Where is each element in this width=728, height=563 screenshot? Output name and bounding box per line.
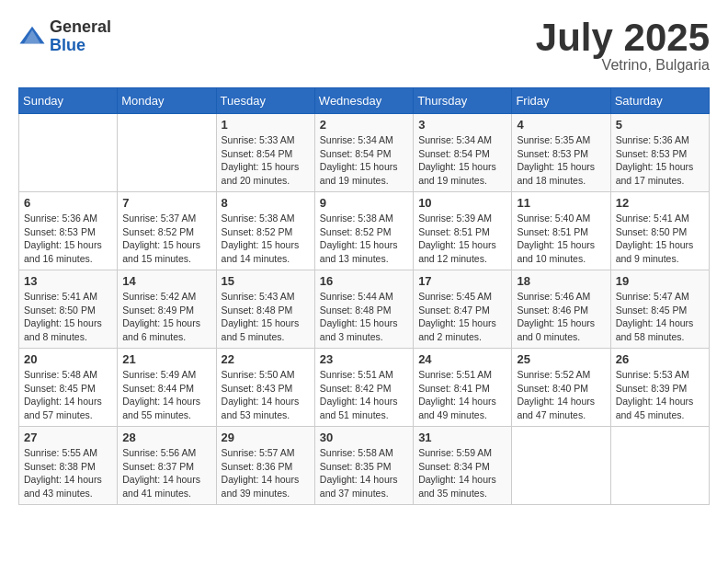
day-number: 23 — [320, 352, 408, 366]
day-info: Sunrise: 5:57 AM Sunset: 8:36 PM Dayligh… — [222, 446, 310, 500]
calendar-cell: 5Sunrise: 5:36 AM Sunset: 8:53 PM Daylig… — [610, 114, 709, 192]
day-info: Sunrise: 5:50 AM Sunset: 8:43 PM Dayligh… — [222, 368, 310, 422]
day-number: 13 — [24, 274, 112, 288]
logo: General Blue — [18, 18, 111, 55]
calendar-cell: 21Sunrise: 5:49 AM Sunset: 8:44 PM Dayli… — [118, 349, 216, 427]
calendar-cell: 30Sunrise: 5:58 AM Sunset: 8:35 PM Dayli… — [314, 427, 413, 505]
day-number: 15 — [222, 274, 310, 288]
calendar-cell: 2Sunrise: 5:34 AM Sunset: 8:54 PM Daylig… — [314, 114, 413, 192]
day-info: Sunrise: 5:41 AM Sunset: 8:50 PM Dayligh… — [616, 212, 704, 266]
calendar-cell: 23Sunrise: 5:51 AM Sunset: 8:42 PM Dayli… — [314, 349, 413, 427]
day-number: 27 — [24, 431, 112, 444]
title-block: July 2025 Vetrino, Bulgaria — [536, 18, 710, 74]
weekday-header: Wednesday — [314, 88, 413, 114]
calendar-cell — [610, 427, 709, 505]
weekday-header: Saturday — [610, 88, 709, 114]
calendar-cell: 7Sunrise: 5:37 AM Sunset: 8:52 PM Daylig… — [118, 192, 216, 270]
calendar-cell: 13Sunrise: 5:41 AM Sunset: 8:50 PM Dayli… — [19, 270, 118, 349]
day-number: 19 — [616, 274, 704, 288]
calendar-cell — [19, 114, 118, 192]
weekday-header: Thursday — [414, 88, 512, 114]
day-info: Sunrise: 5:59 AM Sunset: 8:34 PM Dayligh… — [418, 446, 506, 500]
day-number: 10 — [418, 196, 506, 210]
day-info: Sunrise: 5:46 AM Sunset: 8:46 PM Dayligh… — [517, 290, 605, 344]
calendar-cell: 15Sunrise: 5:43 AM Sunset: 8:48 PM Dayli… — [216, 270, 314, 349]
day-info: Sunrise: 5:51 AM Sunset: 8:41 PM Dayligh… — [418, 368, 506, 422]
calendar-cell — [118, 114, 216, 192]
calendar-week-row: 6Sunrise: 5:36 AM Sunset: 8:53 PM Daylig… — [19, 192, 710, 270]
day-number: 26 — [616, 352, 704, 366]
weekday-row: SundayMondayTuesdayWednesdayThursdayFrid… — [19, 88, 710, 114]
day-number: 7 — [122, 196, 210, 210]
day-number: 6 — [24, 196, 112, 210]
day-number: 21 — [122, 352, 210, 366]
day-info: Sunrise: 5:39 AM Sunset: 8:51 PM Dayligh… — [418, 212, 506, 266]
calendar-cell: 10Sunrise: 5:39 AM Sunset: 8:51 PM Dayli… — [414, 192, 512, 270]
day-number: 25 — [517, 352, 605, 366]
day-number: 12 — [616, 196, 704, 210]
day-info: Sunrise: 5:42 AM Sunset: 8:49 PM Dayligh… — [122, 290, 210, 344]
calendar-cell: 31Sunrise: 5:59 AM Sunset: 8:34 PM Dayli… — [414, 427, 512, 505]
logo-general: General — [50, 18, 111, 37]
calendar-cell: 28Sunrise: 5:56 AM Sunset: 8:37 PM Dayli… — [118, 427, 216, 505]
day-number: 29 — [222, 431, 310, 444]
calendar-cell: 4Sunrise: 5:35 AM Sunset: 8:53 PM Daylig… — [512, 114, 610, 192]
day-info: Sunrise: 5:37 AM Sunset: 8:52 PM Dayligh… — [122, 212, 210, 266]
day-info: Sunrise: 5:48 AM Sunset: 8:45 PM Dayligh… — [24, 368, 112, 422]
weekday-header: Sunday — [19, 88, 118, 114]
calendar-cell: 17Sunrise: 5:45 AM Sunset: 8:47 PM Dayli… — [414, 270, 512, 349]
day-number: 14 — [122, 274, 210, 288]
calendar-body: 1Sunrise: 5:33 AM Sunset: 8:54 PM Daylig… — [19, 114, 710, 505]
day-info: Sunrise: 5:43 AM Sunset: 8:48 PM Dayligh… — [222, 290, 310, 344]
day-number: 17 — [418, 274, 506, 288]
calendar-cell: 11Sunrise: 5:40 AM Sunset: 8:51 PM Dayli… — [512, 192, 610, 270]
calendar-cell: 20Sunrise: 5:48 AM Sunset: 8:45 PM Dayli… — [19, 349, 118, 427]
day-info: Sunrise: 5:36 AM Sunset: 8:53 PM Dayligh… — [616, 133, 704, 188]
calendar-cell: 8Sunrise: 5:38 AM Sunset: 8:52 PM Daylig… — [216, 192, 314, 270]
calendar-cell: 1Sunrise: 5:33 AM Sunset: 8:54 PM Daylig… — [216, 114, 314, 192]
day-info: Sunrise: 5:33 AM Sunset: 8:54 PM Dayligh… — [222, 133, 310, 188]
day-info: Sunrise: 5:56 AM Sunset: 8:37 PM Dayligh… — [122, 446, 210, 500]
calendar-table: SundayMondayTuesdayWednesdayThursdayFrid… — [18, 87, 710, 505]
day-number: 5 — [616, 118, 704, 132]
calendar-cell: 25Sunrise: 5:52 AM Sunset: 8:40 PM Dayli… — [512, 349, 610, 427]
day-info: Sunrise: 5:44 AM Sunset: 8:48 PM Dayligh… — [320, 290, 408, 344]
calendar-cell: 19Sunrise: 5:47 AM Sunset: 8:45 PM Dayli… — [610, 270, 709, 349]
day-info: Sunrise: 5:38 AM Sunset: 8:52 PM Dayligh… — [320, 212, 408, 266]
day-info: Sunrise: 5:35 AM Sunset: 8:53 PM Dayligh… — [517, 133, 605, 188]
day-info: Sunrise: 5:52 AM Sunset: 8:40 PM Dayligh… — [517, 368, 605, 422]
day-info: Sunrise: 5:55 AM Sunset: 8:38 PM Dayligh… — [24, 446, 112, 500]
day-info: Sunrise: 5:58 AM Sunset: 8:35 PM Dayligh… — [320, 446, 408, 500]
calendar-cell: 3Sunrise: 5:34 AM Sunset: 8:54 PM Daylig… — [414, 114, 512, 192]
day-number: 8 — [222, 196, 310, 210]
day-info: Sunrise: 5:40 AM Sunset: 8:51 PM Dayligh… — [517, 212, 605, 266]
day-number: 31 — [418, 431, 506, 444]
day-number: 1 — [222, 118, 310, 132]
day-number: 20 — [24, 352, 112, 366]
calendar-header: SundayMondayTuesdayWednesdayThursdayFrid… — [19, 88, 710, 114]
logo-blue: Blue — [50, 37, 111, 55]
location-subtitle: Vetrino, Bulgaria — [536, 57, 710, 74]
calendar-week-row: 1Sunrise: 5:33 AM Sunset: 8:54 PM Daylig… — [19, 114, 710, 192]
day-number: 24 — [418, 352, 506, 366]
day-info: Sunrise: 5:36 AM Sunset: 8:53 PM Dayligh… — [24, 212, 112, 266]
day-number: 22 — [222, 352, 310, 366]
calendar-week-row: 13Sunrise: 5:41 AM Sunset: 8:50 PM Dayli… — [19, 270, 710, 349]
day-info: Sunrise: 5:34 AM Sunset: 8:54 PM Dayligh… — [320, 133, 408, 188]
calendar-cell: 18Sunrise: 5:46 AM Sunset: 8:46 PM Dayli… — [512, 270, 610, 349]
day-number: 18 — [517, 274, 605, 288]
calendar-cell: 27Sunrise: 5:55 AM Sunset: 8:38 PM Dayli… — [19, 427, 118, 505]
calendar-week-row: 27Sunrise: 5:55 AM Sunset: 8:38 PM Dayli… — [19, 427, 710, 505]
calendar-cell: 16Sunrise: 5:44 AM Sunset: 8:48 PM Dayli… — [314, 270, 413, 349]
day-info: Sunrise: 5:38 AM Sunset: 8:52 PM Dayligh… — [222, 212, 310, 266]
calendar-cell: 14Sunrise: 5:42 AM Sunset: 8:49 PM Dayli… — [118, 270, 216, 349]
calendar-cell: 12Sunrise: 5:41 AM Sunset: 8:50 PM Dayli… — [610, 192, 709, 270]
day-number: 2 — [320, 118, 408, 132]
day-info: Sunrise: 5:47 AM Sunset: 8:45 PM Dayligh… — [616, 290, 704, 344]
day-number: 9 — [320, 196, 408, 210]
day-info: Sunrise: 5:49 AM Sunset: 8:44 PM Dayligh… — [122, 368, 210, 422]
day-info: Sunrise: 5:51 AM Sunset: 8:42 PM Dayligh… — [320, 368, 408, 422]
day-info: Sunrise: 5:45 AM Sunset: 8:47 PM Dayligh… — [418, 290, 506, 344]
day-info: Sunrise: 5:41 AM Sunset: 8:50 PM Dayligh… — [24, 290, 112, 344]
calendar-cell: 22Sunrise: 5:50 AM Sunset: 8:43 PM Dayli… — [216, 349, 314, 427]
